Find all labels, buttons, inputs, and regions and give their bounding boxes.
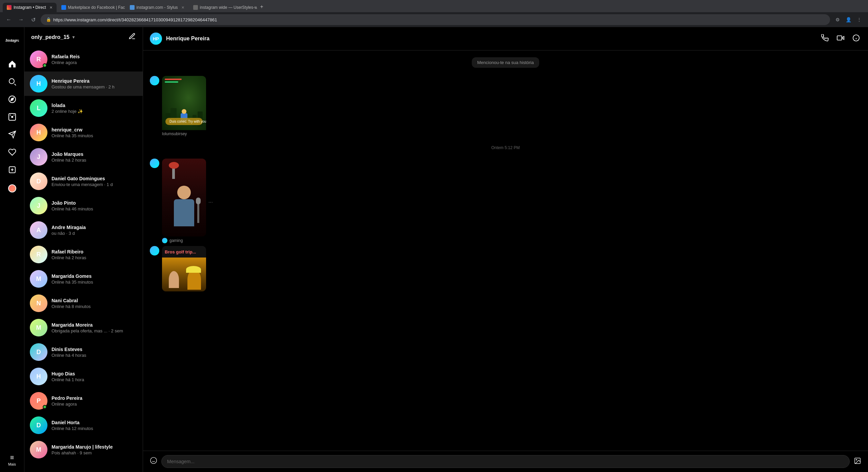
refresh-button[interactable]: ↺ — [28, 15, 38, 24]
chat-item-nani[interactable]: NNani CabralOnline há 8 minutos — [24, 291, 143, 315]
nav-messages[interactable] — [4, 127, 20, 144]
chat-item-andre[interactable]: AAndre Miragaiaou não · 3 d — [24, 218, 143, 242]
avatar-wrap-pedro: P — [30, 392, 47, 410]
chat-item-dinis[interactable]: DDinis EstevesOnline há 4 horas — [24, 340, 143, 364]
chat-item-hugo[interactable]: HHugo DiasOnline há 1 hora — [24, 364, 143, 389]
nav-reels[interactable] — [4, 110, 20, 126]
avatar-wrap-lolada: L — [30, 99, 47, 117]
chat-preview-dinis: Online há 4 horas — [52, 353, 137, 358]
search-icon — [8, 78, 16, 88]
chat-item-rafaela[interactable]: RRafaela ReisOnline agora — [24, 47, 143, 71]
reel-meta: gaming — [162, 238, 206, 243]
avatar-joao-marques: J — [30, 148, 47, 166]
profile-button[interactable]: 👤 — [844, 15, 853, 24]
golf-reel[interactable]: Bros golf trip... — [162, 246, 206, 291]
tab-label-userstyles: instagram wide — UserStyles-w... — [200, 5, 257, 10]
compose-button[interactable] — [128, 33, 136, 42]
tab-close-ig[interactable]: ✕ — [49, 5, 53, 10]
chat-area: HP Henrique Pereira — [143, 27, 868, 472]
instagram-logo[interactable]: Instagram — [5, 31, 19, 56]
more-button[interactable]: ⋮ — [854, 15, 864, 24]
chat-info-henrique-crw: henrique_crwOnline há 35 minutos — [52, 127, 137, 138]
chat-item-margarida-g[interactable]: MMargarida GomesOnline há 35 minutos — [24, 267, 143, 291]
nav-explore[interactable] — [4, 92, 20, 108]
chat-item-pedro[interactable]: PPedro PereiraOnline agora — [24, 389, 143, 413]
nav-profile[interactable] — [4, 180, 20, 197]
message-input[interactable] — [161, 455, 850, 468]
nav-search[interactable] — [4, 75, 20, 91]
chat-preview-daniel-h: Online há 12 minutos — [52, 426, 137, 431]
new-tab-button[interactable]: + — [258, 1, 266, 12]
chat-item-joao-pinto[interactable]: JJoão PintoOnline há 46 minutos — [24, 193, 143, 218]
sidebar-chat-list: RRafaela ReisOnline agoraHHenrique Perei… — [24, 47, 143, 472]
avatar-hugo: H — [30, 368, 47, 385]
avatar-rafael: R — [30, 246, 47, 263]
game-media-container: Duis conec. Try with your friends 🔥 lolu… — [162, 76, 206, 136]
reel-label: gaming — [169, 238, 183, 243]
tab-marketplace[interactable]: Marketplace do Facebook | Fac... ✕ — [57, 3, 125, 12]
sidebar: only_pedro_15 ▼ RRafaela ReisOnline agor… — [24, 27, 143, 472]
chat-item-joao-marques[interactable]: JJoão MarquesOnline há 2 horas — [24, 145, 143, 169]
chat-item-margarida-j[interactable]: MMargarida Marujo | lifestylePois ahahah… — [24, 437, 143, 462]
chat-preview-margarida-j: Pois ahahah · 9 sem — [52, 450, 137, 455]
chat-preview-lolada: 2 online hoje ✨ — [52, 109, 137, 114]
emoji-button[interactable] — [150, 457, 157, 466]
extensions-button[interactable]: ⚙ — [833, 15, 842, 24]
chat-name-dinis: Dinis Esteves — [52, 347, 137, 352]
tab-close-stylus[interactable]: ✕ — [181, 5, 184, 10]
message-reel-gaming: gaming ... — [150, 159, 206, 243]
chat-item-daniel-gato[interactable]: DDaniel Gato DominguesEnviou-te uma mens… — [24, 169, 143, 193]
tab-favicon-ig — [7, 5, 12, 10]
chat-header-left: HP Henrique Pereira — [150, 33, 209, 45]
chat-preview-rafael: Online há 2 horas — [52, 255, 137, 260]
chat-item-henrique[interactable]: HHenrique PereiraGostou de uma mensagem … — [24, 71, 143, 96]
chat-preview-margarida-m: Obrigada pela oferta, mas ... · 2 sem — [52, 328, 137, 333]
chat-preview-daniel-gato: Enviou-te uma mensagem · 1 d — [52, 182, 137, 187]
nav-more[interactable]: ≡ Mais — [4, 452, 20, 468]
sidebar-user[interactable]: only_pedro_15 ▼ — [31, 34, 76, 40]
chat-item-rafael[interactable]: RRafael RibeiroOnline há 2 horas — [24, 242, 143, 267]
nav-home[interactable] — [4, 57, 20, 73]
chat-item-lolada[interactable]: Llolada2 online hoje ✨ — [24, 96, 143, 120]
chat-info-daniel-h: Daniel HortaOnline há 12 minutos — [52, 420, 137, 431]
messages-area[interactable]: Mencionou-te na sua história — [143, 50, 868, 451]
info-button[interactable] — [851, 33, 861, 45]
chat-item-henrique-crw[interactable]: Hhenrique_crwOnline há 35 minutos — [24, 120, 143, 145]
golf-thumbnail — [162, 258, 206, 291]
avatar-lolada: L — [30, 99, 47, 117]
golf-container: Bros golf trip... — [162, 246, 206, 291]
svg-point-8 — [14, 115, 15, 116]
svg-line-2 — [14, 84, 16, 86]
chat-info-daniel-gato: Daniel Gato DominguesEnviou-te uma mensa… — [52, 176, 137, 187]
gaming-reel[interactable] — [162, 159, 206, 237]
game-screenshot[interactable]: Duis conec. Try with your friends 🔥 — [162, 76, 206, 130]
tab-instagram[interactable]: Instagram • Direct ✕ — [3, 3, 57, 12]
video-call-button[interactable] — [835, 33, 846, 45]
url-box[interactable]: 🔒 https://www.instagram.com/direct/t/340… — [41, 14, 830, 25]
tab-stylus[interactable]: instagram.com - Stylus ✕ — [126, 3, 188, 12]
phone-call-button[interactable] — [820, 33, 830, 45]
chat-preview-margarida-g: Online há 35 minutos — [52, 280, 137, 285]
avatar-wrap-joao-marques: J — [30, 148, 47, 166]
forward-button[interactable]: → — [16, 15, 26, 24]
back-button[interactable]: ← — [4, 15, 14, 24]
tab-userstyles[interactable]: instagram wide — UserStyles-w... ✕ — [189, 3, 257, 12]
more-options-button[interactable]: ... — [208, 198, 213, 204]
media-upload-button[interactable] — [854, 457, 861, 466]
chat-avatar-initials: HP — [153, 36, 159, 41]
online-indicator-rafaela — [43, 63, 47, 67]
avatar-margarida-m: M — [30, 319, 47, 336]
chat-name-henrique-crw: henrique_crw — [52, 127, 137, 132]
chat-info-margarida-m: Margarida MoreiraObrigada pela oferta, m… — [52, 322, 137, 333]
nav-create[interactable] — [4, 163, 20, 179]
chat-info-pedro: Pedro PereiraOnline agora — [52, 395, 137, 407]
svg-point-21 — [856, 459, 857, 460]
messages-icon — [8, 130, 16, 141]
chat-preview-joao-marques: Online há 2 horas — [52, 158, 137, 163]
nav-notifications[interactable] — [4, 145, 20, 161]
chat-item-margarida-m[interactable]: MMargarida MoreiraObrigada pela oferta, … — [24, 315, 143, 340]
avatar-henrique: H — [30, 75, 47, 93]
chat-item-daniel-h[interactable]: DDaniel HortaOnline há 12 minutos — [24, 413, 143, 437]
chat-name-rafaela: Rafaela Reis — [52, 54, 137, 59]
home-icon — [8, 60, 16, 70]
